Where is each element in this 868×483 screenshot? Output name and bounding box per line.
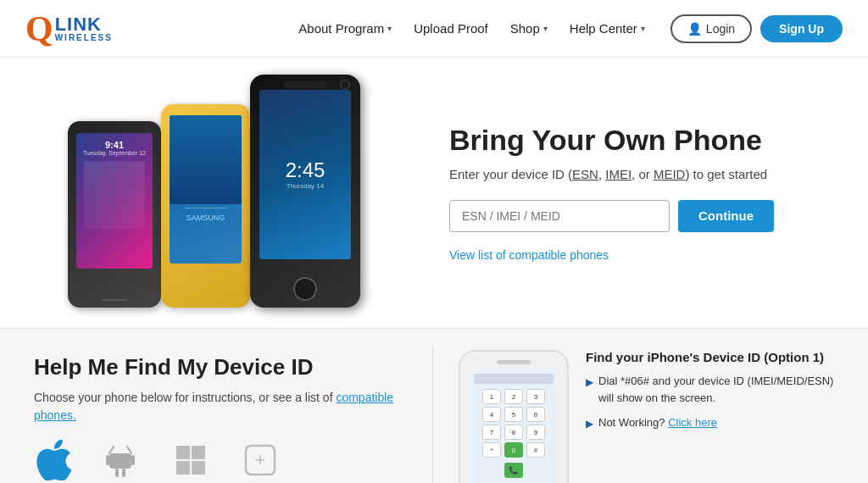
instructions-title: Find your iPhone's Device ID (Option 1) <box>586 350 843 364</box>
logo-link-top: LINK <box>55 15 113 34</box>
device-icon-windows[interactable]: Windows <box>166 440 214 483</box>
logo[interactable]: Q LINK WIRELESS <box>25 11 113 47</box>
imei-link[interactable]: IMEI <box>605 167 632 181</box>
iphone-mock: 123 456 789 *0# 📞 👆 <box>459 350 569 483</box>
svg-rect-2 <box>109 453 131 469</box>
svg-rect-8 <box>192 446 205 459</box>
meid-link[interactable]: MEID <box>654 167 686 181</box>
phone-group: 9:41 Tuesday, September 12 SAMSUNG <box>51 62 407 325</box>
step-2-text: Not Working? Click here <box>598 414 717 431</box>
device-icon-list: Apple Android <box>34 440 398 483</box>
continue-button[interactable]: Continue <box>678 200 774 232</box>
arrow-icon-2: ▶ <box>586 416 593 431</box>
hero-section: 9:41 Tuesday, September 12 SAMSUNG <box>0 58 868 329</box>
arrow-icon-1: ▶ <box>586 375 593 390</box>
imei-input[interactable] <box>449 200 670 232</box>
instruction-step-2: ▶ Not Working? Click here <box>586 414 843 431</box>
phone-right: 2:45 Thursday 14 <box>250 75 360 308</box>
svg-rect-4 <box>131 455 135 465</box>
apple-icon <box>34 440 75 480</box>
hero-title: Bring Your Own Phone <box>449 124 800 157</box>
device-icon-android[interactable]: Android <box>100 440 141 483</box>
svg-text:+: + <box>255 449 266 470</box>
person-icon: 👤 <box>687 22 702 36</box>
logo-wireless: WIRELESS <box>55 34 113 42</box>
svg-rect-7 <box>176 446 190 459</box>
phone-right-time: 2:45 <box>286 158 326 182</box>
help-arrow-icon: ▾ <box>641 24 645 33</box>
logo-text: LINK WIRELESS <box>55 15 113 42</box>
header: Q LINK WIRELESS About Program ▾ Upload P… <box>0 0 868 58</box>
shop-arrow-icon: ▾ <box>543 24 548 33</box>
imei-search-row: Continue <box>449 200 800 232</box>
bottom-left: Help Me Find My Device ID Choose your ph… <box>0 329 432 483</box>
phone-left-date: Tuesday, September 12 <box>83 150 146 156</box>
device-icon-apple[interactable]: Apple <box>34 440 75 483</box>
phone-left: 9:41 Tuesday, September 12 <box>68 121 161 308</box>
header-buttons: 👤 Login Sign Up <box>670 14 843 43</box>
iphone-instructions: Find your iPhone's Device ID (Option 1) … <box>586 350 843 483</box>
main-nav: About Program ▾ Upload Proof Shop ▾ Help… <box>290 16 654 41</box>
nav-about[interactable]: About Program ▾ <box>290 16 400 41</box>
nav-help[interactable]: Help Center ▾ <box>561 16 654 41</box>
instruction-step-1: ▶ Dial *#06# and your device ID (IMEI/ME… <box>586 373 843 406</box>
svg-rect-10 <box>192 461 205 475</box>
hero-subtitle: Enter your device ID (ESN, IMEI, or MEID… <box>449 167 800 181</box>
other-icon: + <box>240 440 281 480</box>
bottom-section: Help Me Find My Device ID Choose your ph… <box>0 329 868 483</box>
bottom-right: 123 456 789 *0# 📞 👆 <box>433 329 868 483</box>
find-device-desc: Choose your phone below for instructions… <box>34 389 398 425</box>
signup-button[interactable]: Sign Up <box>760 15 843 42</box>
svg-rect-9 <box>176 461 190 475</box>
about-arrow-icon: ▾ <box>387 24 392 33</box>
windows-icon <box>170 440 211 480</box>
phone-left-time: 9:41 <box>105 140 124 150</box>
compatible-phones-link[interactable]: View list of compatible phones <box>449 248 609 262</box>
svg-rect-6 <box>122 469 125 477</box>
hero-right: Bring Your Own Phone Enter your device I… <box>407 90 817 297</box>
login-button[interactable]: 👤 Login <box>670 14 752 43</box>
click-here-link[interactable]: Click here <box>668 416 717 429</box>
logo-q: Q <box>25 11 53 47</box>
nav-upload[interactable]: Upload Proof <box>405 16 497 41</box>
phone-center: SAMSUNG <box>161 104 250 308</box>
find-device-title: Help Me Find My Device ID <box>34 354 398 380</box>
esn-link[interactable]: ESN <box>572 167 598 181</box>
device-icon-other[interactable]: + Other <box>240 440 281 483</box>
step-1-text: Dial *#06# and your device ID (IMEI/MEID… <box>598 373 843 406</box>
android-icon <box>100 440 141 480</box>
svg-rect-3 <box>106 455 109 465</box>
nav-shop[interactable]: Shop ▾ <box>502 16 556 41</box>
svg-rect-5 <box>115 469 119 477</box>
